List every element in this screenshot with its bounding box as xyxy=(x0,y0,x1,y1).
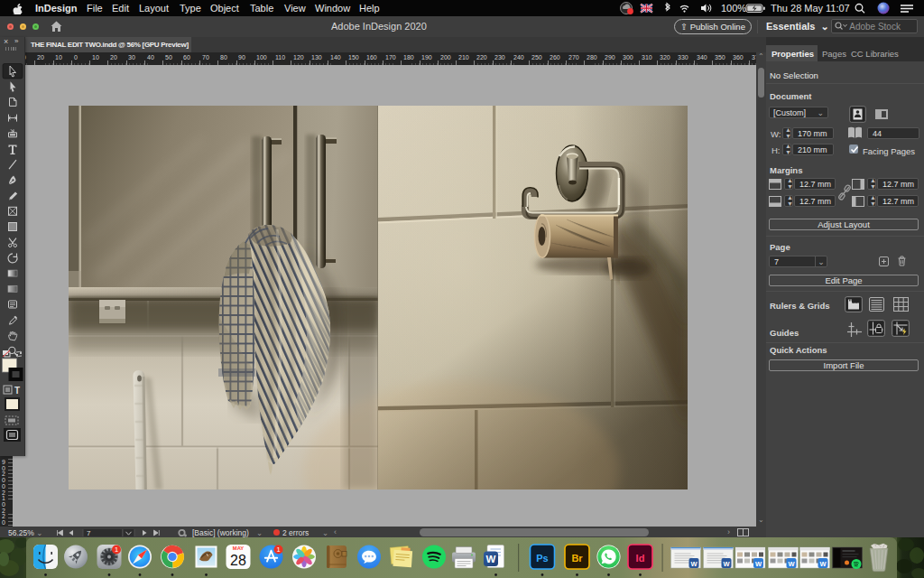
svg-text:T: T xyxy=(14,386,20,396)
svg-text:W: W xyxy=(690,560,698,568)
svg-text:Ps: Ps xyxy=(536,553,548,564)
svg-text:1: 1 xyxy=(115,545,118,554)
svg-text:28: 28 xyxy=(230,553,246,568)
svg-text:Id: Id xyxy=(636,553,645,564)
svg-text:W: W xyxy=(486,554,496,564)
svg-text:1: 1 xyxy=(276,545,280,554)
svg-text:100%: 100% xyxy=(721,3,746,14)
svg-text:MAY: MAY xyxy=(233,545,244,551)
svg-text:Br: Br xyxy=(571,553,583,564)
svg-text:Thu 28 May: Thu 28 May xyxy=(771,3,824,14)
svg-text:7: 7 xyxy=(87,529,91,536)
svg-text:W: W xyxy=(723,560,730,568)
svg-text:W: W xyxy=(788,560,795,568)
svg-text:W: W xyxy=(755,560,762,568)
svg-text:11:07: 11:07 xyxy=(826,3,850,14)
svg-text:W: W xyxy=(819,560,827,568)
